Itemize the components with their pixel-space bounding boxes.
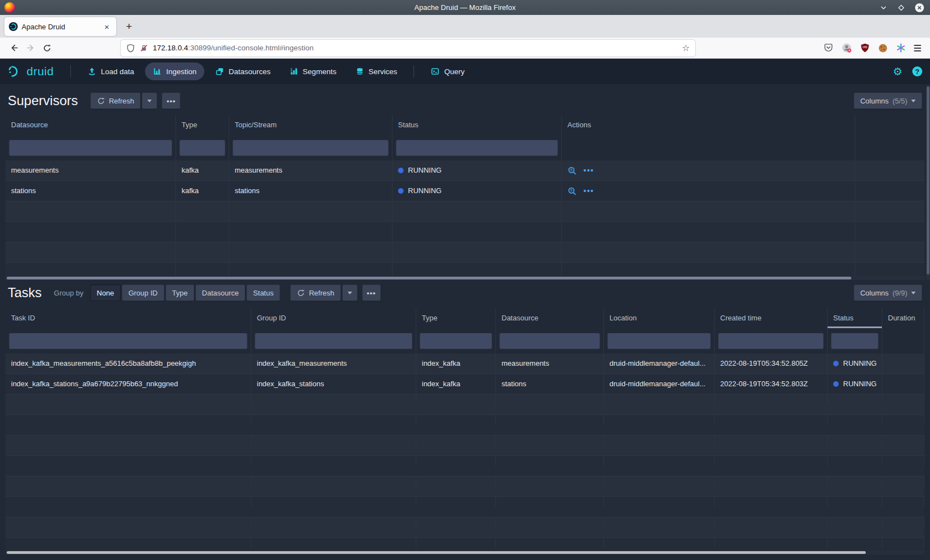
- supervisors-refresh-button[interactable]: Refresh: [90, 92, 141, 109]
- column-header-task-id[interactable]: Task ID: [6, 308, 251, 328]
- reload-icon[interactable]: [39, 40, 55, 56]
- load-data-icon: [87, 67, 96, 76]
- help-icon[interactable]: ?: [912, 66, 922, 76]
- tasks-refresh-button[interactable]: Refresh: [290, 284, 341, 301]
- task-row[interactable]: index_kafka_measurements_a5616c5ba8afb8b…: [6, 354, 924, 374]
- column-header-created-time[interactable]: Created time: [715, 308, 828, 328]
- status-text: RUNNING: [408, 160, 442, 180]
- filter-input-datasource[interactable]: [9, 139, 172, 156]
- druid-logo[interactable]: druid: [8, 65, 54, 78]
- filter-input-topic-stream[interactable]: [232, 139, 389, 156]
- group-by-datasource-button[interactable]: Datasource: [195, 284, 245, 301]
- column-header-topic-stream[interactable]: Topic/Stream: [229, 115, 392, 135]
- hamburger-menu-icon[interactable]: [914, 45, 921, 51]
- empty-cell: [828, 415, 882, 425]
- column-header-group-id[interactable]: Group ID: [251, 308, 416, 328]
- forward-icon[interactable]: [22, 40, 39, 56]
- gear-icon[interactable]: ⚙: [893, 66, 902, 77]
- column-header-type[interactable]: Type: [416, 308, 496, 328]
- maximize-icon[interactable]: [897, 3, 906, 12]
- filter-input-status[interactable]: [396, 139, 558, 156]
- filter-input-task-id[interactable]: [9, 333, 247, 349]
- page-vertical-scrollbar[interactable]: [926, 85, 930, 280]
- status-dot-icon: [398, 188, 404, 194]
- supervisor-row[interactable]: stationskafkastationsRUNNING•••: [6, 181, 924, 201]
- columns-label: Columns: [860, 289, 888, 297]
- filter-input-type[interactable]: [179, 139, 225, 156]
- column-header-location[interactable]: Location: [604, 308, 715, 328]
- empty-cell: [604, 435, 715, 445]
- tasks-more-button[interactable]: •••: [362, 284, 381, 301]
- empty-cell: [828, 497, 882, 507]
- column-header-type[interactable]: Type: [176, 115, 229, 135]
- extension-sparkle-icon[interactable]: [896, 43, 906, 53]
- nav-item-label: Datasources: [229, 68, 271, 76]
- ublock-shield-icon[interactable]: UO: [860, 43, 870, 53]
- url-path: :30899/unified-console.html#ingestion: [188, 44, 314, 52]
- nav-item-services[interactable]: Services: [348, 63, 405, 80]
- magnify-detail-icon[interactable]: [567, 166, 577, 175]
- lock-insecure-icon[interactable]: [140, 44, 148, 53]
- filter-cell: [392, 135, 562, 160]
- bookmark-star-icon[interactable]: ☆: [682, 43, 690, 53]
- tasks-columns-button[interactable]: Columns (9/9): [854, 284, 922, 301]
- nav-item-segments[interactable]: Segments: [282, 63, 344, 80]
- status-dot-icon: [833, 381, 839, 387]
- supervisors-columns-button[interactable]: Columns (5/5): [854, 92, 922, 109]
- supervisors-more-button[interactable]: •••: [162, 92, 180, 109]
- filter-cell: [715, 328, 828, 354]
- tasks-refresh-caret-button[interactable]: [342, 284, 358, 301]
- group-by-status-button[interactable]: Status: [246, 284, 280, 301]
- horizontal-scrollbar[interactable]: [6, 551, 924, 554]
- filter-input-created-time[interactable]: [718, 333, 824, 349]
- task-row[interactable]: index_kafka_stations_a9a679b22795b63_nnk…: [6, 374, 924, 395]
- empty-cell: [6, 538, 251, 548]
- horizontal-scrollbar[interactable]: [6, 276, 924, 280]
- status-cell: RUNNING: [828, 374, 882, 394]
- supervisors-refresh-caret-button[interactable]: [142, 92, 157, 109]
- tab-close-icon[interactable]: ×: [102, 22, 112, 32]
- account-disabled-icon[interactable]: [841, 43, 852, 53]
- column-header-datasource[interactable]: Datasource: [6, 115, 176, 135]
- scrollbar-thumb[interactable]: [7, 551, 866, 554]
- empty-cell: [604, 395, 715, 405]
- supervisor-row[interactable]: measurementskafkameasurementsRUNNING•••: [6, 160, 924, 181]
- actions-more-icon[interactable]: •••: [583, 160, 594, 180]
- nav-item-query[interactable]: Query: [423, 63, 472, 80]
- filter-input-location[interactable]: [607, 333, 711, 349]
- druid-logo-icon: [8, 65, 22, 78]
- url-bar[interactable]: 172.18.0.4:30899/unified-console.html#in…: [121, 40, 695, 56]
- nav-item-ingestion[interactable]: Ingestion: [145, 63, 204, 80]
- pocket-icon[interactable]: [824, 43, 833, 53]
- filter-input-type[interactable]: [420, 333, 492, 349]
- nav-item-load-data[interactable]: Load data: [80, 63, 142, 80]
- column-header-actions[interactable]: Actions: [562, 115, 855, 135]
- empty-cell: [6, 486, 251, 496]
- empty-cell: [604, 517, 715, 527]
- back-icon[interactable]: [6, 40, 22, 56]
- actions-more-icon[interactable]: •••: [583, 181, 594, 201]
- nav-item-datasources[interactable]: Datasources: [208, 63, 278, 80]
- url-text[interactable]: 172.18.0.4:30899/unified-console.html#in…: [153, 44, 678, 52]
- filter-input-group-id[interactable]: [255, 333, 412, 349]
- filter-input-status[interactable]: [831, 333, 879, 349]
- new-tab-button[interactable]: +: [121, 18, 137, 35]
- close-window-icon[interactable]: [914, 3, 924, 13]
- minimize-icon[interactable]: [879, 3, 888, 12]
- scrollbar-thumb[interactable]: [7, 277, 851, 279]
- group-by-none-button[interactable]: None: [90, 284, 121, 301]
- column-header-status[interactable]: Status: [392, 115, 562, 135]
- magnify-detail-icon[interactable]: [567, 186, 577, 196]
- column-header-status[interactable]: Status: [828, 308, 882, 328]
- column-header-duration[interactable]: Duration: [882, 308, 924, 328]
- filter-input-datasource[interactable]: [499, 333, 600, 349]
- browser-tab-apache-druid[interactable]: Apache Druid ×: [4, 17, 116, 36]
- empty-cell: [6, 476, 251, 486]
- column-header-datasource[interactable]: Datasource: [496, 308, 604, 328]
- table-cell: measurements: [6, 160, 176, 180]
- group-by-type-button[interactable]: Type: [166, 284, 194, 301]
- cookie-icon[interactable]: [878, 43, 888, 53]
- empty-cell: [416, 395, 496, 405]
- group-by-group-id-button[interactable]: Group ID: [122, 284, 164, 301]
- shield-icon[interactable]: [126, 44, 135, 53]
